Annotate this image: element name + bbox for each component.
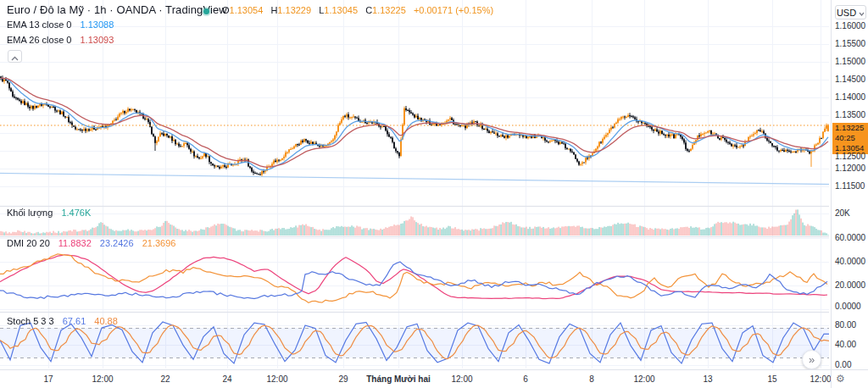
double-chevron-right-icon: » (809, 353, 815, 366)
volume-tick: 20K (835, 208, 850, 218)
price-tick: 1.13500 (835, 110, 865, 119)
price-tick: 1.14500 (835, 75, 865, 84)
open-label: O (222, 5, 230, 15)
symbol-title[interactable]: Euro / Đô la Mỹ · 1h · OANDA · TradingVi… (7, 3, 227, 16)
price-tick: 1.16000 (835, 21, 865, 30)
dmi-adx-value: 11.8832 (58, 238, 92, 248)
price-tick: 1.15000 (835, 57, 865, 66)
current-price: 1.13225 (835, 123, 868, 133)
time-tick: 12:00 (633, 374, 654, 384)
close-label: C (365, 5, 372, 15)
dmi-tick: 20.0000 (835, 280, 865, 290)
volume-label: Khối lượng (7, 208, 53, 218)
stoch-legend[interactable]: Stoch 5 3 3 67.61 40.88 (7, 316, 118, 326)
open-value: 1.13054 (230, 5, 264, 15)
time-axis[interactable]: 1712:00222412:0029Tháng Mười hai12:00681… (0, 369, 868, 388)
ema26-label: EMA 26 close 0 (7, 35, 71, 45)
time-tick: 17 (43, 374, 53, 384)
change-value: +0.00171 (+0.15%) (414, 5, 493, 15)
stoch-d-value: 40.88 (94, 316, 118, 326)
realtime-status-icon (203, 8, 209, 14)
price-tick: 1.14000 (835, 92, 865, 102)
price-tick: 1.15500 (835, 39, 865, 48)
tradingview-chart-window: Euro / Đô la Mỹ · 1h · OANDA · TradingVi… (0, 0, 868, 388)
currency-dropdown[interactable]: USD (835, 5, 866, 19)
time-tick: 24 (222, 374, 231, 384)
scroll-to-latest-button[interactable]: » (802, 350, 821, 369)
price-tick: 1.12500 (835, 152, 865, 161)
time-tick: 12:00 (451, 374, 472, 384)
ohlc-row: O1.13054 H1.13229 L1.13045 C1.13225 +0.0… (217, 5, 493, 15)
price-tick: 1.12000 (835, 164, 865, 173)
time-tick: 13 (703, 374, 712, 384)
time-tick: Tháng Mười hai (366, 374, 430, 384)
currency-dropdown-label: USD (837, 8, 856, 18)
dmi-tick: 0.0000 (835, 302, 861, 311)
price-badge-close: 1.13225 40:25 (832, 123, 868, 143)
ema13-legend[interactable]: EMA 13 close 0 1.13088 (7, 19, 114, 30)
stoch-tick: 0.00 (835, 360, 851, 369)
dmi-tick: 60.0000 (835, 233, 865, 242)
axis-settings-corner: ⚙ (831, 369, 868, 388)
chevron-down-icon (859, 8, 865, 18)
chart-canvas[interactable] (0, 0, 831, 369)
close-value: 1.13225 (372, 5, 406, 15)
time-tick: 15 (767, 374, 776, 384)
time-tick: 6 (523, 374, 528, 384)
volume-value: 1.476K (61, 208, 91, 218)
time-tick: 12:00 (92, 374, 113, 384)
time-tick: 22 (160, 374, 170, 384)
ema26-legend[interactable]: EMA 26 close 0 1.13093 (7, 35, 114, 45)
stoch-label: Stoch 5 3 3 (7, 316, 54, 326)
bar-countdown: 40:25 (835, 133, 868, 143)
dmi-legend[interactable]: DMI 20 20 11.8832 23.2426 21.3696 (7, 238, 175, 248)
price-axis[interactable]: 1.13225 40:25 1.13054 1.160001.155001.15… (831, 0, 868, 369)
dmi-plusdi-value: 23.2426 (100, 238, 134, 248)
gear-icon[interactable]: ⚙ (836, 373, 845, 385)
ema26-value: 1.13093 (81, 35, 114, 45)
time-tick: 29 (338, 374, 348, 384)
stoch-tick: 40.00 (835, 340, 856, 349)
time-tick: 8 (589, 374, 594, 384)
ema13-value: 1.13088 (81, 19, 114, 30)
chevron-up-icon (11, 49, 19, 64)
dmi-minusdi-value: 21.3696 (142, 238, 176, 248)
price-tick: 1.11500 (835, 181, 865, 191)
volume-legend[interactable]: Khối lượng 1.476K (7, 208, 91, 218)
ema13-label: EMA 13 close 0 (7, 19, 71, 30)
dmi-label: DMI 20 20 (7, 238, 50, 248)
collapse-pane-button[interactable] (8, 50, 22, 63)
time-tick: 12:00 (266, 374, 287, 384)
stoch-k-value: 67.61 (63, 316, 86, 326)
low-value: 1.13045 (324, 5, 358, 15)
stoch-tick: 80.00 (835, 320, 856, 330)
high-value: 1.13229 (277, 5, 311, 15)
dmi-tick: 40.0000 (835, 257, 865, 266)
time-tick: 12:00 (810, 374, 831, 384)
